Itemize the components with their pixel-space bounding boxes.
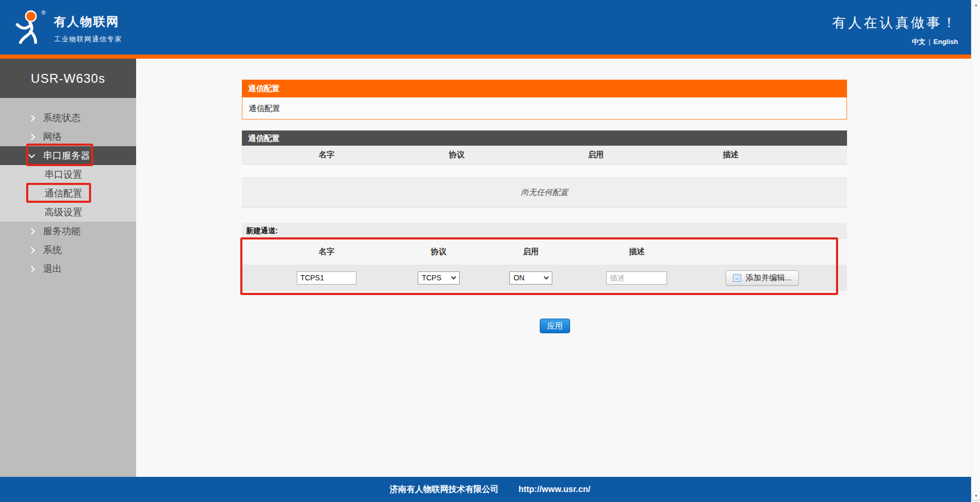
add-and-edit-button[interactable]: ← 添加并编辑... bbox=[726, 270, 799, 286]
form-column-protocol: 协议 bbox=[411, 247, 466, 257]
sidebar-item-system-status[interactable]: 系统状态 bbox=[0, 108, 136, 127]
chevron-right-icon bbox=[28, 247, 35, 254]
header-right: 有人在认真做事！ 中文|English bbox=[832, 0, 958, 54]
sidebar-item-system[interactable]: 系统 bbox=[0, 241, 136, 259]
lang-english-link[interactable]: English bbox=[933, 38, 958, 46]
sidebar-item-serial-settings[interactable]: 串口设置 bbox=[0, 165, 136, 184]
chevron-right-icon bbox=[28, 228, 35, 235]
language-switcher: 中文|English bbox=[832, 37, 958, 47]
page-scrollbar[interactable]: ▲ ▼ bbox=[971, 0, 980, 502]
table-no-data-message: 尚无任何配置 bbox=[242, 178, 847, 208]
sidebar-submenu: 串口设置 通信配置 高级设置 bbox=[0, 165, 136, 222]
registered-mark: ® bbox=[41, 9, 46, 16]
sidebar: USR-W630s 系统状态 网络 串口服务器 串口设置 通信配置 bbox=[0, 59, 136, 477]
sidebar-menu: 系统状态 网络 串口服务器 串口设置 通信配置 高级设置 bbox=[0, 98, 136, 278]
form-column-enable: 启用 bbox=[466, 247, 596, 257]
channel-name-input[interactable] bbox=[297, 271, 357, 285]
protocol-cell: TCPS bbox=[411, 271, 466, 285]
protocol-select[interactable]: TCPS bbox=[418, 271, 460, 285]
header: ® 有人物联网 工业物联网通信专家 有人在认真做事！ 中文|English bbox=[0, 0, 980, 59]
add-edit-icon: ← bbox=[733, 274, 741, 282]
form-input-row: TCPS ON ← 添加并编辑... bbox=[242, 265, 847, 291]
lang-divider: | bbox=[929, 38, 930, 46]
scroll-up-icon[interactable]: ▲ bbox=[973, 3, 979, 7]
footer: 济南有人物联网技术有限公司 http://www.usr.cn/ bbox=[0, 477, 980, 502]
sidebar-item-network[interactable]: 网络 bbox=[0, 127, 136, 146]
column-header-enable: 启用 bbox=[502, 150, 689, 160]
brand: 有人物联网 工业物联网通信专家 bbox=[54, 14, 122, 44]
usr-logo-icon: ® bbox=[12, 8, 49, 46]
chevron-down-icon bbox=[28, 151, 35, 158]
sidebar-item-label: 串口设置 bbox=[44, 168, 82, 181]
sidebar-item-service-functions[interactable]: 服务功能 bbox=[0, 222, 136, 241]
form-footer-strip bbox=[242, 291, 847, 296]
chevron-right-icon bbox=[28, 266, 35, 272]
enable-select[interactable]: ON bbox=[509, 271, 552, 285]
sidebar-item-label: 串口服务器 bbox=[43, 149, 90, 162]
table-empty-row bbox=[242, 165, 847, 178]
form-header-row: 名字 协议 启用 描述 bbox=[242, 238, 847, 265]
add-cell: ← 添加并编辑... bbox=[677, 270, 847, 286]
sidebar-item-label: 系统状态 bbox=[43, 112, 81, 124]
brand-title: 有人物联网 bbox=[54, 14, 122, 30]
sidebar-item-advanced-settings[interactable]: 高级设置 bbox=[0, 203, 136, 222]
enable-select-value: ON bbox=[514, 274, 525, 282]
enable-cell: ON bbox=[466, 271, 596, 285]
comm-config-table: 通信配置 名字 协议 启用 描述 尚无任何配置 bbox=[242, 130, 847, 208]
sidebar-item-logout[interactable]: 退出 bbox=[0, 259, 136, 278]
brand-subtitle: 工业物联网通信专家 bbox=[54, 35, 122, 44]
sidebar-item-label: 高级设置 bbox=[44, 206, 82, 219]
form-column-description: 描述 bbox=[596, 247, 677, 257]
table-panel-title: 通信配置 bbox=[242, 130, 847, 146]
sidebar-item-label: 退出 bbox=[43, 263, 62, 275]
scroll-down-icon[interactable]: ▼ bbox=[973, 493, 979, 500]
footer-url-link[interactable]: http://www.usr.cn/ bbox=[518, 485, 590, 494]
chevron-right-icon bbox=[28, 134, 35, 140]
sidebar-item-label: 服务功能 bbox=[43, 225, 81, 237]
column-header-description: 描述 bbox=[689, 150, 771, 160]
select-arrow-icon bbox=[544, 275, 549, 280]
device-model-title: USR-W630s bbox=[0, 59, 136, 98]
description-cell bbox=[596, 271, 677, 285]
sidebar-item-label: 网络 bbox=[43, 130, 62, 143]
sidebar-item-comm-config[interactable]: 通信配置 bbox=[0, 184, 136, 203]
protocol-select-value: TCPS bbox=[422, 274, 441, 282]
select-arrow-icon bbox=[451, 275, 456, 280]
main-content: 通信配置 通信配置 通信配置 名字 协议 启用 描述 尚无任何配置 新建通道: … bbox=[242, 59, 847, 333]
table-header-row: 名字 协议 启用 描述 bbox=[242, 146, 847, 165]
add-and-edit-label: 添加并编辑... bbox=[745, 273, 792, 283]
column-header-protocol: 协议 bbox=[411, 150, 502, 160]
name-cell bbox=[242, 271, 411, 285]
chevron-right-icon bbox=[28, 115, 35, 122]
column-header-name: 名字 bbox=[242, 150, 411, 160]
info-panel-body: 通信配置 bbox=[242, 97, 847, 119]
sidebar-item-label: 系统 bbox=[43, 244, 62, 256]
channel-description-input[interactable] bbox=[606, 271, 667, 285]
header-slogan: 有人在认真做事！ bbox=[832, 14, 958, 32]
page: ® 有人物联网 工业物联网通信专家 有人在认真做事！ 中文|English US… bbox=[0, 0, 980, 502]
lang-chinese-link[interactable]: 中文 bbox=[912, 38, 926, 46]
new-channel-form: 新建通道: 名字 协议 启用 描述 TCPS bbox=[242, 223, 847, 296]
apply-button[interactable]: 应用 bbox=[540, 319, 570, 333]
sidebar-item-label: 通信配置 bbox=[44, 187, 82, 200]
form-column-name: 名字 bbox=[242, 247, 411, 257]
sidebar-item-serial-server[interactable]: 串口服务器 bbox=[0, 146, 136, 165]
new-channel-label: 新建通道: bbox=[242, 223, 847, 238]
footer-company: 济南有人物联网技术有限公司 bbox=[389, 484, 498, 495]
info-panel-title: 通信配置 bbox=[242, 80, 847, 97]
